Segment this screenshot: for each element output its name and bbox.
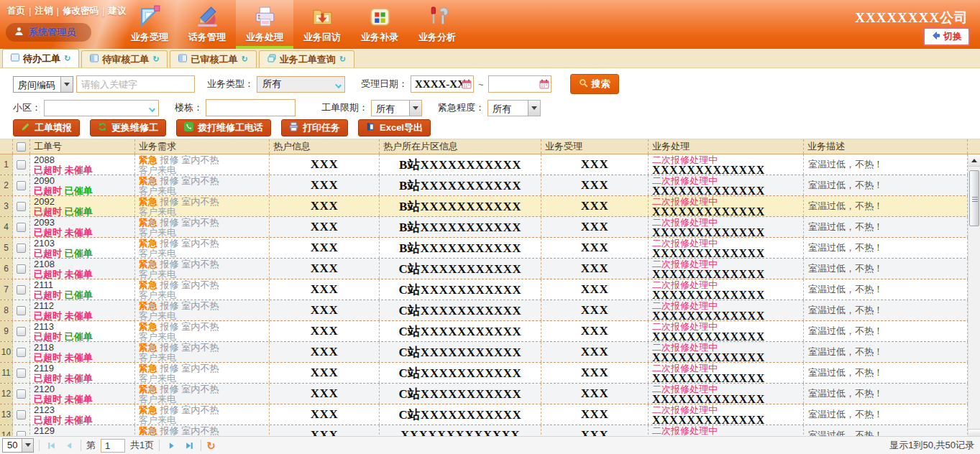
row-checkbox[interactable] — [17, 306, 26, 315]
business-description: 室温过低，不热！ — [804, 154, 968, 175]
row-checkbox[interactable] — [17, 431, 26, 437]
row-checkbox[interactable] — [17, 348, 26, 357]
tab-refresh-icon[interactable]: ↻ — [152, 55, 159, 64]
tab-order-query[interactable]: 业务工单查询 ↻ — [259, 50, 354, 68]
table-row[interactable]: 62108已超时 未催单紧急 报修 室内不热客户来电XXXC站XXXXXXXXX… — [0, 259, 980, 279]
tab-to-review-orders[interactable]: 待审核工单 ↻ — [81, 50, 168, 68]
tab-refresh-icon[interactable]: ↻ — [241, 55, 247, 64]
order-cell: 2108已超时 未催单 — [30, 259, 135, 279]
dropdown-arrow-icon[interactable] — [528, 101, 540, 116]
column-business-description[interactable]: 业务描述 — [804, 139, 968, 154]
nav-item-business-callback[interactable]: 业务回访 — [293, 0, 351, 49]
column-area-info[interactable]: 热户所在片区信息 — [380, 139, 541, 154]
fill-order-button[interactable]: 工单填报 — [13, 119, 80, 136]
demand-text: 报修 室内不热 — [157, 279, 219, 290]
scrollbar-thumb[interactable] — [969, 170, 979, 226]
header-scrollbar-filler — [968, 139, 980, 154]
dropdown-arrow-icon[interactable] — [409, 101, 421, 116]
nav-item-business-process[interactable]: 业务处理 — [236, 0, 293, 49]
table-row[interactable]: 102118已超时 未催单紧急 报修 室内不热客户来电XXXC站XXXXXXXX… — [0, 342, 980, 363]
first-page-button[interactable] — [45, 439, 58, 452]
page-size-select[interactable]: 50 — [2, 438, 34, 453]
business-type-select[interactable]: 所有 — [257, 76, 345, 93]
row-index: 3 — [0, 196, 13, 216]
row-checkbox[interactable] — [17, 160, 26, 170]
nav-item-business-supplement[interactable]: 业务补录 — [351, 0, 408, 49]
scroll-up-icon[interactable] — [968, 154, 980, 167]
column-customer-info[interactable]: 热户信息 — [270, 139, 380, 154]
row-checkbox[interactable] — [17, 389, 26, 399]
link-home[interactable]: 首页 — [4, 5, 29, 17]
row-index: 9 — [0, 321, 13, 341]
link-logout[interactable]: 注销 — [32, 5, 57, 17]
call-repairman-button[interactable]: 拨打维修工电话 — [176, 119, 271, 136]
tab-pending-orders[interactable]: 待办工单 ↻ — [2, 49, 79, 68]
dropdown-arrow-icon[interactable] — [60, 77, 73, 92]
date-to-input[interactable] — [488, 75, 551, 93]
urge-flag: 未催单 — [65, 435, 93, 436]
table-row[interactable]: 72111已超时 已催单紧急 报修 室内不热客户来电XXXC站XXXXXXXXX… — [0, 279, 980, 300]
table-row[interactable]: 92113已超时 已催单紧急 报修 室内不热客户来电XXXC站XXXXXXXXX… — [0, 321, 980, 342]
excel-export-button[interactable]: Excel导出 — [358, 119, 431, 136]
print-task-button[interactable]: 打印任务 — [281, 119, 348, 136]
row-checkbox[interactable] — [17, 181, 26, 190]
table-row[interactable]: 32092已超时 已催单紧急 报修 室内不热客户来电XXXB站XXXXXXXXX… — [0, 196, 980, 217]
header-index-cell — [0, 139, 13, 154]
search-button[interactable]: 搜索 — [570, 74, 619, 94]
room-code-select[interactable]: 房间编码 — [13, 76, 73, 93]
nav-item-call-management[interactable]: 话务管理 — [178, 0, 236, 49]
date-from-input[interactable]: XXXX-XX — [411, 75, 474, 93]
scroll-down-icon[interactable] — [968, 429, 980, 436]
demand-text: 报修 室内不热 — [157, 238, 219, 249]
table-row[interactable]: 132123已超时 未催单紧急 报修 室内不热客户来电XXXC站XXXXXXXX… — [0, 404, 980, 425]
vertical-scrollbar[interactable] — [968, 154, 980, 436]
switch-button[interactable]: 切换 — [923, 27, 970, 46]
column-business-demand[interactable]: 业务需求 — [135, 139, 270, 154]
row-checkbox[interactable] — [17, 285, 26, 295]
row-checkbox[interactable] — [17, 244, 26, 253]
business-description: 室温过低，不热！ — [804, 342, 968, 362]
column-business-accept[interactable]: 业务受理 — [541, 139, 649, 154]
column-order-id[interactable]: 工单号 — [30, 139, 135, 154]
row-checkbox[interactable] — [17, 264, 26, 274]
prev-page-button[interactable] — [63, 439, 75, 452]
column-business-process[interactable]: 业务处理 — [649, 139, 804, 154]
tab-reviewed-orders[interactable]: 已审核工单 ↻ — [170, 50, 256, 68]
table-row[interactable]: 112119已超时 未催单紧急 报修 室内不热客户来电XXXC站XXXXXXXX… — [0, 363, 980, 384]
link-change-password[interactable]: 修改密码 — [59, 5, 102, 17]
calendar-icon[interactable] — [539, 79, 549, 89]
customer-info: XXX — [270, 363, 380, 383]
table-row[interactable]: 52103已超时 已催单紧急 报修 室内不热客户来电XXXB站XXXXXXXXX… — [0, 238, 980, 259]
table-row[interactable]: 22090已超时 已催单紧急 报修 室内不热客户来电XXXB站XXXXXXXXX… — [0, 175, 980, 196]
business-description: 室温过低，不热！ — [804, 217, 968, 237]
change-repairman-button[interactable]: 更换维修工 — [90, 119, 166, 136]
select-all-checkbox[interactable] — [17, 142, 26, 152]
row-checkbox[interactable] — [17, 327, 26, 336]
tab-refresh-icon[interactable]: ↻ — [64, 54, 70, 63]
link-suggestion[interactable]: 建议 — [105, 5, 130, 17]
keyword-input[interactable] — [76, 75, 195, 93]
tab-refresh-icon[interactable]: ↻ — [339, 55, 346, 64]
row-checkbox[interactable] — [17, 369, 26, 378]
last-page-button[interactable] — [183, 439, 196, 452]
nav-item-business-analysis[interactable]: 业务分析 — [408, 0, 466, 49]
row-checkbox[interactable] — [17, 410, 26, 420]
refresh-icon[interactable]: ↻ — [206, 440, 216, 451]
next-page-button[interactable] — [165, 439, 178, 452]
row-checkbox[interactable] — [17, 202, 26, 211]
table-row[interactable]: 82112已超时 未催单紧急 报修 室内不热客户来电XXXC站XXXXXXXXX… — [0, 300, 980, 321]
table-row[interactable]: 42093已超时 未催单紧急 报修 室内不热客户来电XXXB站XXXXXXXXX… — [0, 217, 980, 238]
table-row[interactable]: 122120已超时 未催单紧急 报修 室内不热客户来电XXXC站XXXXXXXX… — [0, 384, 980, 404]
row-checkbox[interactable] — [17, 223, 26, 232]
building-input[interactable] — [206, 99, 296, 116]
order-id: 2113 — [34, 322, 134, 332]
dropdown-arrow-icon[interactable] — [22, 439, 33, 452]
table-row[interactable]: 12088已超时 未催单紧急 报修 室内不热客户来电XXXB站XXXXXXXXX… — [0, 154, 980, 175]
urgency-select[interactable]: 所有 — [487, 100, 541, 116]
table-row[interactable]: 142129已超时 未催单紧急 报修 室内不热客户来电XXXXXXXXXXXXX… — [0, 425, 980, 436]
deadline-select[interactable]: 所有 — [371, 100, 422, 116]
order-id: 2092 — [34, 197, 134, 207]
calendar-icon[interactable] — [462, 79, 472, 89]
community-select[interactable] — [44, 100, 159, 116]
page-number-input[interactable] — [101, 439, 125, 453]
